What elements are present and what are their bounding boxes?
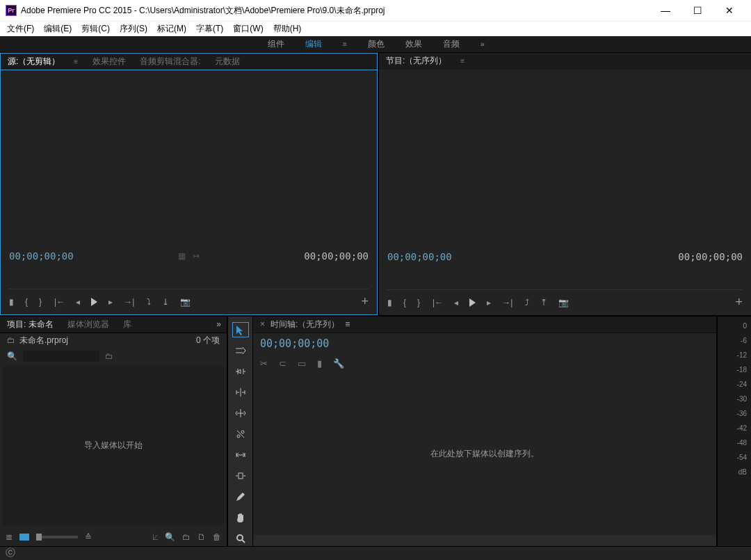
go-to-out-icon[interactable]: →| xyxy=(502,298,512,307)
menu-clip[interactable]: 剪辑(C) xyxy=(81,23,110,35)
find-icon[interactable]: 🔍 xyxy=(165,532,175,542)
workspace-editing[interactable]: 编辑 xyxy=(305,38,322,50)
thumbnail-size-slider[interactable] xyxy=(36,536,78,538)
menu-help[interactable]: 帮助(H) xyxy=(273,23,302,35)
menu-file[interactable]: 文件(F) xyxy=(7,23,34,35)
track-select-tool-icon[interactable] xyxy=(232,343,249,358)
workspace-assembly[interactable]: 组件 xyxy=(268,38,284,50)
menu-marker[interactable]: 标记(M) xyxy=(157,23,186,35)
program-transport: ▮ { } |← ◂ ▸ →| ⤴ ⤒ 📷 + xyxy=(379,290,751,315)
workspace-effects[interactable]: 效果 xyxy=(405,38,422,50)
timeline-scrollbar[interactable] xyxy=(253,535,716,546)
marker-icon[interactable]: ▮ xyxy=(387,298,392,307)
extract-icon[interactable]: ⤒ xyxy=(540,298,547,307)
tab-source[interactable]: 源:（无剪辑） xyxy=(8,56,60,67)
marker-icon[interactable]: ▮ xyxy=(9,297,14,307)
fit-icon[interactable]: ▦ xyxy=(178,251,186,261)
source-panel-menu-icon[interactable]: ≡ xyxy=(74,58,79,65)
in-point-icon[interactable]: { xyxy=(403,298,406,307)
menu-title[interactable]: 字幕(T) xyxy=(196,23,223,35)
ripple-edit-tool-icon[interactable] xyxy=(232,364,249,379)
razor-tool-icon[interactable] xyxy=(232,426,249,442)
search-input[interactable] xyxy=(23,351,99,362)
search-icon[interactable]: 🔍 xyxy=(7,351,17,361)
play-icon[interactable] xyxy=(91,298,97,306)
add-marker-icon[interactable]: ▭ xyxy=(298,358,306,369)
svg-point-1 xyxy=(237,535,243,541)
timeline-marker-icon[interactable]: ▮ xyxy=(317,358,322,369)
program-timecode-left[interactable]: 00;00;00;00 xyxy=(387,251,452,262)
rate-stretch-tool-icon[interactable] xyxy=(232,406,249,421)
menu-sequence[interactable]: 序列(S) xyxy=(120,23,147,35)
creative-cloud-icon[interactable]: ⓒ xyxy=(6,547,15,559)
tab-libraries[interactable]: 库 xyxy=(123,319,131,330)
selection-tool-icon[interactable] xyxy=(232,322,249,337)
list-view-icon[interactable]: ≣ xyxy=(6,532,13,542)
icon-view-icon[interactable] xyxy=(19,534,29,541)
automate-icon[interactable]: ⟀ xyxy=(153,532,158,542)
workspace-overflow[interactable]: » xyxy=(481,40,483,48)
tab-project[interactable]: 项目: 未命名 xyxy=(7,319,54,330)
tab-audio-clip-mixer[interactable]: 音频剪辑混合器: xyxy=(140,56,200,67)
resolution-icon[interactable]: ↣ xyxy=(193,251,200,261)
timeline-title[interactable]: 时间轴:（无序列） xyxy=(270,319,339,330)
delete-icon[interactable]: 🗑 xyxy=(213,532,221,542)
zoom-tool-icon[interactable] xyxy=(232,531,249,546)
export-frame-icon[interactable]: 📷 xyxy=(180,297,191,307)
go-to-in-icon[interactable]: |← xyxy=(54,297,65,307)
close-button[interactable]: ✕ xyxy=(713,0,745,21)
button-editor-icon[interactable]: + xyxy=(735,295,743,310)
overwrite-icon[interactable]: ⤓ xyxy=(162,297,169,307)
program-scrub-bar[interactable] xyxy=(387,268,743,290)
slide-tool-icon[interactable] xyxy=(232,468,249,483)
button-editor-icon[interactable]: + xyxy=(361,294,369,309)
linked-selection-icon[interactable]: ⊂ xyxy=(279,358,286,369)
source-scrub-bar[interactable] xyxy=(9,267,369,289)
timeline-close-icon[interactable]: × xyxy=(260,319,265,329)
program-viewer[interactable] xyxy=(379,70,751,250)
workspace-color[interactable]: 颜色 xyxy=(368,38,385,50)
source-viewer[interactable] xyxy=(1,70,377,249)
program-panel-menu-icon[interactable]: ≡ xyxy=(460,57,465,65)
out-point-icon[interactable]: } xyxy=(39,297,42,307)
menu-window[interactable]: 窗口(W) xyxy=(233,23,263,35)
step-back-icon[interactable]: ◂ xyxy=(76,297,80,307)
workspace-audio[interactable]: 音频 xyxy=(443,38,460,50)
filter-bin-icon[interactable]: 🗀 xyxy=(105,351,113,361)
export-frame-icon[interactable]: 📷 xyxy=(558,298,569,307)
go-to-in-icon[interactable]: |← xyxy=(433,298,443,307)
hand-tool-icon[interactable] xyxy=(232,510,249,525)
rolling-edit-tool-icon[interactable] xyxy=(232,385,249,400)
minimize-button[interactable]: — xyxy=(649,0,681,21)
snap-icon[interactable]: ✂ xyxy=(260,358,268,369)
timeline-drop-area[interactable]: 在此处放下媒体以创建序列。 xyxy=(253,373,716,535)
tab-program[interactable]: 节目:（无序列） xyxy=(386,55,446,67)
timeline-settings-icon[interactable]: 🔧 xyxy=(333,358,344,369)
insert-icon[interactable]: ⤵ xyxy=(147,297,151,307)
project-drop-area[interactable]: 导入媒体以开始 xyxy=(3,367,224,525)
pen-tool-icon[interactable] xyxy=(232,489,249,504)
timeline-panel-menu-icon[interactable]: ≡ xyxy=(345,319,350,329)
tab-effect-controls[interactable]: 效果控件 xyxy=(92,56,126,67)
lift-icon[interactable]: ⤴ xyxy=(525,298,529,307)
play-icon[interactable] xyxy=(469,298,476,307)
out-point-icon[interactable]: } xyxy=(417,298,420,307)
menu-edit[interactable]: 编辑(E) xyxy=(44,23,72,35)
step-back-icon[interactable]: ◂ xyxy=(454,298,458,307)
timeline-timecode[interactable]: 00;00;00;00 xyxy=(260,337,329,350)
meter-36: -36 xyxy=(737,410,747,417)
step-forward-icon[interactable]: ▸ xyxy=(108,297,113,307)
project-tabs-overflow[interactable]: » xyxy=(216,319,220,329)
new-item-icon[interactable]: 🗋 xyxy=(197,532,206,542)
source-timecode-left[interactable]: 00;00;00;00 xyxy=(9,250,74,262)
workspace-menu-icon[interactable]: ≡ xyxy=(343,40,347,48)
new-bin-icon[interactable]: 🗀 xyxy=(182,532,191,542)
sort-icon[interactable]: ≙ xyxy=(85,532,92,542)
tab-media-browser[interactable]: 媒体浏览器 xyxy=(67,319,109,330)
maximize-button[interactable]: ☐ xyxy=(681,0,713,21)
go-to-out-icon[interactable]: →| xyxy=(124,297,134,307)
tab-metadata[interactable]: 元数据 xyxy=(215,56,240,67)
slip-tool-icon[interactable] xyxy=(232,447,249,463)
step-forward-icon[interactable]: ▸ xyxy=(487,298,491,307)
in-point-icon[interactable]: { xyxy=(25,297,28,307)
